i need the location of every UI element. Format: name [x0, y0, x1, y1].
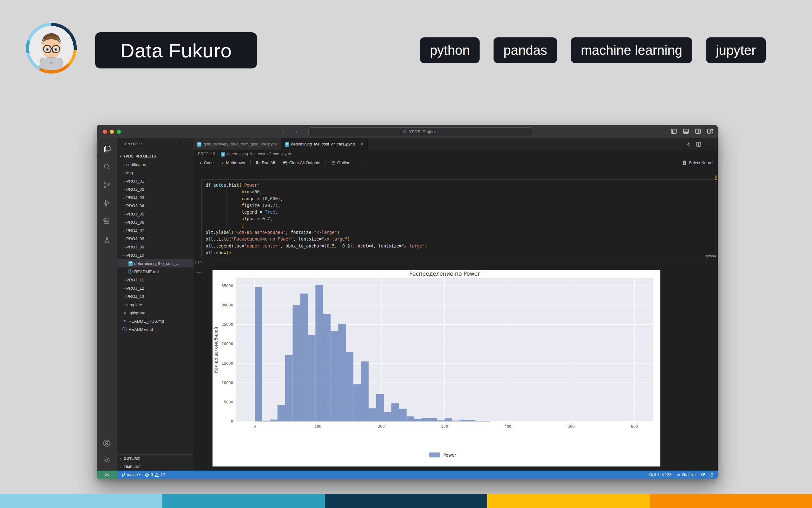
tree-item-proj-11[interactable]: ›PROJ_11 — [117, 276, 193, 284]
code-line: plt.show() — [205, 249, 427, 256]
vscode-window: ← → YPDS_Projects — [97, 125, 718, 479]
svg-text:25000: 25000 — [221, 322, 233, 327]
tree-item-proj-06[interactable]: ›PROJ_06 — [117, 218, 193, 226]
kernel-icon — [682, 160, 687, 165]
editor-more-icon[interactable]: ··· — [706, 142, 712, 147]
avatar-image — [29, 26, 74, 70]
customize-layout-icon[interactable] — [707, 129, 713, 134]
breadcrumb[interactable]: PROJ_10 › determining_the_cost_of_cars.i… — [198, 150, 718, 158]
chevron-right-icon: › — [122, 212, 126, 216]
sync-icon[interactable]: ⟳ — [137, 472, 141, 477]
split-editor-icon[interactable] — [696, 142, 701, 147]
search-icon — [403, 130, 407, 134]
cell-language-label[interactable]: Python — [704, 254, 716, 258]
output-options-icon[interactable]: ··· — [197, 269, 203, 275]
toolbar-more-icon[interactable]: ··· — [356, 160, 366, 165]
clear-outputs-icon — [283, 161, 287, 165]
tree-item--gitignore[interactable]: ◈.gitignore — [117, 309, 193, 317]
tree-item-proj-09[interactable]: ›PROJ_09 — [117, 243, 193, 251]
file-label: img — [126, 170, 133, 175]
svg-text:10000: 10000 — [221, 381, 233, 385]
explorer-more-icon[interactable]: ··· — [181, 141, 188, 146]
tree-item-readme-md[interactable]: iREADME.md — [117, 267, 193, 276]
tab-determining-cost[interactable]: determining_the_cost_of_cars.ipynb ✕ — [281, 138, 368, 150]
chevron-right-icon: › — [122, 220, 126, 225]
chevron-right-icon: › — [122, 278, 126, 282]
gear-icon[interactable] — [686, 142, 691, 147]
outline-label: OUTLINE — [124, 457, 140, 461]
footer-color-stripe — [0, 494, 812, 508]
close-window-button[interactable] — [103, 130, 107, 134]
tree-item-img[interactable]: ›img — [117, 169, 193, 177]
file-label: PROJ_09 — [126, 245, 144, 249]
svg-text:200: 200 — [378, 424, 385, 429]
tree-item-proj-03[interactable]: ›PROJ_03 — [117, 193, 193, 202]
extensions-icon[interactable] — [97, 214, 117, 229]
tree-item-proj-07[interactable]: ›PROJ_07 — [117, 226, 193, 235]
git-branch-item[interactable]: main ⟳ — [121, 472, 141, 477]
markdown-info-icon: i — [122, 327, 127, 332]
flag-person-icon[interactable] — [700, 472, 705, 477]
tree-item-certificates[interactable]: ›certificates — [117, 160, 193, 169]
overview-ruler-marks — [715, 176, 717, 181]
tree-root[interactable]: › YPDS_PROJECTS — [117, 152, 193, 160]
explorer-icon[interactable] — [97, 141, 117, 157]
select-kernel-button[interactable]: Select Kernel — [682, 158, 713, 167]
toggle-secondary-sidebar-icon[interactable] — [695, 129, 701, 134]
tree-item-proj-04[interactable]: ›PROJ_04 — [117, 202, 193, 210]
code-line: plt.legend(loc='upper center', bbox_to_a… — [205, 243, 427, 249]
tree-item-proj-05[interactable]: ›PROJ_05 — [117, 210, 193, 218]
svg-text:400: 400 — [504, 424, 511, 429]
maximize-window-button[interactable] — [117, 130, 121, 134]
timeline-section[interactable]: › TIMELINE — [117, 463, 193, 471]
run-all-icon — [256, 160, 260, 165]
back-icon[interactable]: ← — [282, 128, 287, 134]
remote-indicator[interactable]: >< — [97, 471, 117, 479]
chevron-right-icon: › — [122, 187, 126, 192]
tree-item-proj-02[interactable]: ›PROJ_02 — [117, 185, 193, 193]
tree-item-template[interactable]: ›template — [117, 300, 193, 309]
tree-item-proj-10[interactable]: ›PROJ_10 — [117, 251, 193, 259]
accounts-icon[interactable] — [97, 435, 117, 451]
tab-gold-recovery[interactable]: gold_recovery_ratio_from_gold_ore.ipynb — [193, 138, 281, 150]
code-cell[interactable]: df_autos.hist('Power', bins=50, range = … — [201, 179, 716, 259]
testing-icon[interactable] — [97, 232, 117, 248]
tree-item-proj-01[interactable]: ›PROJ_01 — [117, 177, 193, 185]
svg-text:35000: 35000 — [221, 284, 233, 288]
toggle-primary-sidebar-icon[interactable] — [671, 129, 676, 134]
minimize-window-button[interactable] — [110, 130, 114, 134]
tree-item-proj-13[interactable]: ›PROJ_13 — [117, 292, 193, 300]
file-label: PROJ_13 — [126, 294, 144, 299]
add-markdown-button[interactable]: +Markdown — [219, 160, 248, 165]
outline-button[interactable]: Outline — [328, 160, 353, 165]
breadcrumb-file[interactable]: determining_the_cost_of_cars.ipynb — [227, 152, 291, 156]
tree-item-determining-the-cost-[interactable]: determining_the_cost_... — [117, 259, 193, 267]
breadcrumb-folder[interactable]: PROJ_10 — [198, 152, 215, 156]
cell-indicator[interactable]: Cell 1 of 123 — [649, 472, 671, 477]
toggle-panel-icon[interactable] — [683, 129, 689, 134]
file-label: PROJ_08 — [126, 237, 144, 241]
file-label: PROJ_04 — [126, 204, 144, 208]
close-tab-icon[interactable]: ✕ — [360, 142, 364, 147]
go-live-button[interactable]: Go Live — [676, 472, 696, 477]
run-all-button[interactable]: Run All — [253, 160, 277, 165]
source-control-icon[interactable] — [97, 177, 117, 193]
problems-item[interactable]: 0 12 — [145, 472, 165, 477]
search-sidebar-icon[interactable] — [97, 159, 117, 175]
tree-item-readme-md[interactable]: iREADME.md — [117, 325, 193, 333]
tree-item-proj-08[interactable]: ›PROJ_08 — [117, 235, 193, 243]
settings-gear-icon[interactable] — [97, 452, 117, 468]
clear-outputs-button[interactable]: Clear All Outputs — [280, 160, 323, 165]
tree-item-proj-12[interactable]: ›PROJ_12 — [117, 284, 193, 292]
add-code-button[interactable]: +Code — [197, 160, 216, 165]
command-center-search[interactable]: YPDS_Projects — [308, 127, 532, 136]
tree-item-readme-rus-md[interactable]: ▼README_RUS.md — [117, 317, 193, 325]
forward-icon[interactable]: → — [293, 128, 298, 134]
run-debug-icon[interactable] — [97, 195, 117, 211]
bell-icon[interactable] — [710, 472, 714, 477]
file-tree: › YPDS_PROJECTS ›certificates›img›PROJ_0… — [117, 152, 193, 333]
code-editor[interactable]: df_autos.hist('Power', bins=50, range = … — [205, 182, 427, 256]
outline-section[interactable]: › OUTLINE — [117, 455, 193, 462]
file-label: PROJ_10 — [126, 253, 144, 258]
outline-icon — [331, 161, 335, 165]
